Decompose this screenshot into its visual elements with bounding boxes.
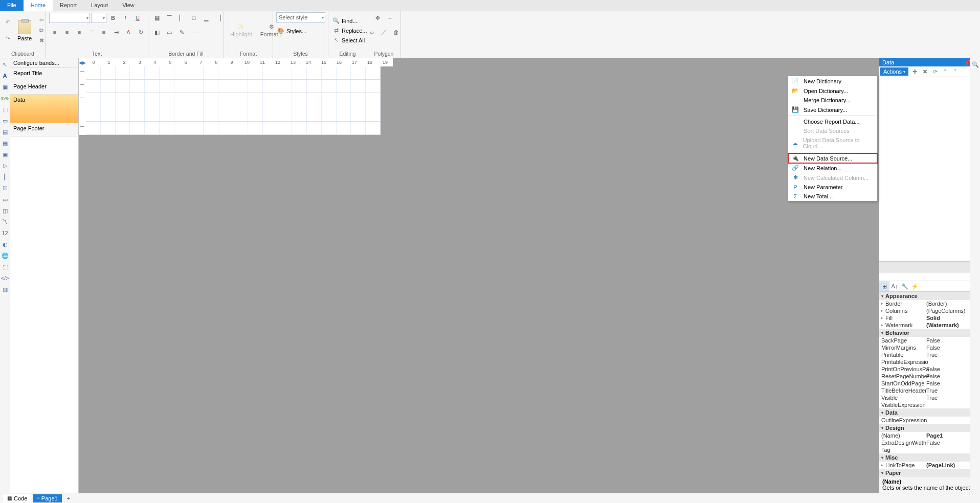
property-row[interactable]: VisibleExpression — [879, 401, 980, 408]
clone-tool-icon[interactable]: ▤ — [1, 128, 9, 136]
down-icon[interactable]: ˅ — [951, 67, 960, 76]
number-tool-icon[interactable]: 12 — [1, 229, 9, 237]
undo-icon[interactable]: ↶ — [3, 18, 12, 27]
tab-file[interactable]: File — [0, 0, 24, 11]
band-page-footer[interactable]: Page Footer — [10, 123, 78, 136]
tab-view[interactable]: View — [115, 0, 142, 11]
checkbox-tool-icon[interactable]: ☑ — [1, 184, 9, 192]
collapse-gutter-icon[interactable]: ◂▸ — [79, 58, 86, 66]
pointer-icon[interactable]: ↖ — [1, 60, 9, 68]
paste-button[interactable]: Paste — [14, 19, 35, 42]
highlight-button[interactable]: ✨ Highlight — [227, 21, 255, 39]
border-none-icon[interactable]: □ — [188, 12, 199, 24]
property-category[interactable]: Appearance — [879, 292, 980, 300]
fill-color-icon[interactable]: ▭ — [164, 27, 175, 38]
add-page-button[interactable]: + — [64, 495, 73, 501]
align-left-icon[interactable]: ≡ — [49, 27, 60, 38]
border-bottom-icon[interactable]: ▁ — [201, 12, 212, 24]
zip-tool-icon[interactable]: ⬚ — [1, 263, 9, 271]
property-row[interactable]: Tag — [879, 446, 980, 453]
shape-tool-icon[interactable]: ▷ — [1, 162, 9, 170]
actions-dropdown-button[interactable]: Actions — [880, 67, 908, 76]
band-collapse-toggle[interactable]: – — [79, 80, 86, 93]
property-row[interactable]: ExtraDesignWidthFalse — [879, 439, 980, 446]
refresh-icon[interactable]: ⟳ — [931, 67, 939, 76]
border-top-icon[interactable]: ▔ — [164, 12, 175, 24]
property-category[interactable]: Design — [879, 424, 980, 432]
bold-button[interactable]: B — [107, 12, 119, 24]
menu-item[interactable]: Merge Dictionary... — [788, 96, 877, 105]
prop-alpha-icon[interactable]: A↓ — [889, 281, 900, 291]
menu-item[interactable]: 📄New Dictionary — [788, 76, 877, 86]
gauge-tool-icon[interactable]: ◐ — [1, 240, 9, 248]
menu-item[interactable]: ΣNew Total... — [788, 192, 877, 201]
properties-grid[interactable]: AppearanceBorder(Border)Columns(PageColu… — [879, 292, 980, 476]
barcode-tool-icon[interactable]: ⬚ — [1, 105, 9, 113]
subreport-tool-icon[interactable]: ▣ — [1, 150, 9, 158]
property-row[interactable]: Border(Border) — [879, 300, 980, 307]
property-row[interactable]: PrintOnPreviousPaFalse — [879, 365, 980, 373]
chart-tool-icon[interactable]: ◫ — [1, 207, 9, 215]
page-tab[interactable]: ▫Page1 — [33, 494, 61, 502]
polygon-delete-icon[interactable]: 🗑 — [391, 27, 402, 38]
indent-icon[interactable]: ⇥ — [110, 27, 122, 38]
band-collapse-toggle[interactable]: – — [79, 66, 86, 80]
property-category[interactable]: Misc — [879, 453, 980, 462]
font-size-combo[interactable] — [91, 13, 106, 23]
property-row[interactable]: Columns(PageColumns) — [879, 307, 980, 314]
richtext-tool-icon[interactable]: ▭ — [1, 195, 9, 203]
component-tool-icon[interactable]: ▥ — [1, 285, 9, 293]
prop-categorized-icon[interactable]: ⊞ — [879, 281, 889, 291]
property-row[interactable]: OutlineExpression — [879, 417, 980, 424]
search-icon[interactable]: 🔍 — [970, 58, 980, 71]
property-row[interactable]: TitleBeforeHeaderTrue — [879, 387, 980, 394]
menu-item[interactable]: 💾Save Dictionary... — [788, 105, 877, 115]
shadow-icon[interactable]: ◧ — [151, 27, 163, 38]
band-collapse-toggle[interactable]: – — [79, 93, 86, 122]
replace-button[interactable]: ⇄Replace... — [331, 26, 368, 35]
border-all-icon[interactable]: ▦ — [151, 12, 163, 24]
property-row[interactable]: PrintableTrue — [879, 351, 980, 358]
data-surface[interactable] — [86, 93, 381, 122]
new-item-icon[interactable]: ✚ — [910, 67, 919, 76]
cut-icon[interactable]: ✂ — [37, 16, 46, 25]
redo-icon[interactable]: ↷ — [3, 34, 12, 43]
font-color-icon[interactable]: A — [123, 27, 134, 38]
text-angle-icon[interactable]: ↻ — [135, 27, 146, 38]
prop-filter-icon[interactable]: 🔧 — [900, 281, 910, 291]
tab-home[interactable]: Home — [24, 0, 53, 11]
property-row[interactable]: FillSolid — [879, 314, 980, 322]
delete-icon[interactable]: ✖ — [37, 36, 46, 45]
menu-item[interactable]: 🔌New Data Source... — [788, 153, 877, 163]
design-canvas[interactable]: ◂▸ 012345678910111213141516171819 – – – … — [79, 58, 879, 493]
map-tool-icon[interactable]: 🌐 — [1, 252, 9, 260]
band-page-header[interactable]: Page Header — [10, 81, 78, 95]
polygon-add-icon[interactable]: ＋ — [385, 12, 396, 24]
property-category[interactable]: Behavior — [879, 329, 980, 337]
align-justify-icon[interactable]: ≣ — [86, 27, 97, 38]
band-data[interactable]: Data — [10, 95, 78, 123]
menu-item[interactable]: 🔗New Relation... — [788, 163, 877, 173]
menu-item[interactable]: 📂Open Dictionary... — [788, 86, 877, 96]
property-row[interactable]: Watermark(Watermark) — [879, 322, 980, 329]
align-center-icon[interactable]: ≡ — [61, 27, 73, 38]
image-tool-icon[interactable]: ▣ — [1, 83, 9, 91]
property-row[interactable]: BackPageFalse — [879, 337, 980, 344]
find-button[interactable]: 🔍Find... — [331, 16, 368, 25]
border-left-icon[interactable]: ▏ — [176, 12, 187, 24]
property-row[interactable]: MirrorMarginsFalse — [879, 344, 980, 351]
sparkline-tool-icon[interactable]: 〽 — [1, 218, 9, 226]
polygon-move-icon[interactable]: ✥ — [372, 12, 384, 24]
property-row[interactable]: ResetPageNumberFalse — [879, 373, 980, 380]
selectall-button[interactable]: ↖Select All — [331, 36, 368, 44]
styles-button[interactable]: 🎨 Styles... — [276, 27, 307, 35]
copy-icon[interactable]: ⧉ — [37, 26, 46, 35]
border-right-icon[interactable]: ▕ — [213, 12, 224, 24]
italic-button[interactable]: I — [120, 12, 131, 24]
property-category[interactable]: Data — [879, 408, 980, 417]
tab-layout[interactable]: Layout — [84, 0, 115, 11]
property-row[interactable]: LinkToPage(PageLink) — [879, 462, 980, 469]
border-style-icon[interactable]: — — [188, 27, 199, 38]
page-header-surface[interactable] — [86, 80, 381, 93]
crosstab-tool-icon[interactable]: ▦ — [1, 139, 9, 147]
